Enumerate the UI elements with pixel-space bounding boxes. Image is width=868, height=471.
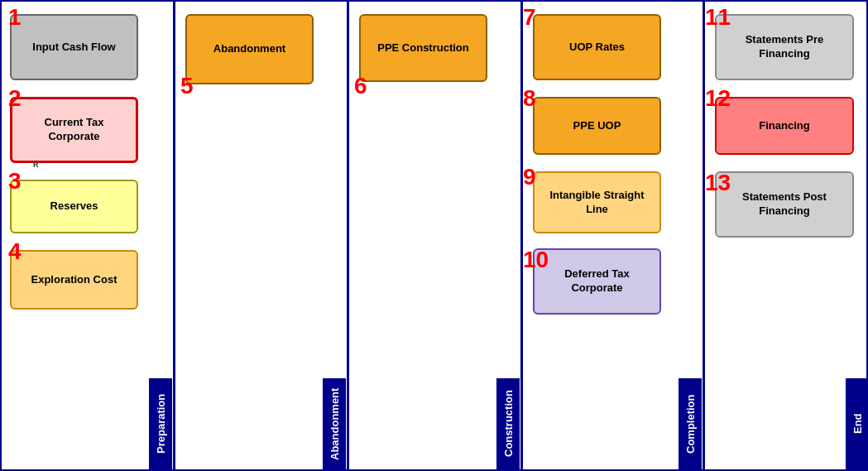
phase-line-construction (520, 2, 523, 469)
phase-label-preparation: Preparation (149, 378, 172, 469)
phase-label-abandonment: Abandonment (323, 378, 346, 469)
phase-label-completion: Completion (679, 378, 702, 469)
box-2-sub: R (33, 161, 39, 169)
box-abandonment[interactable]: Abandonment (185, 14, 314, 84)
badge-6: 6 (354, 74, 367, 98)
phase-label-construction: Construction (496, 378, 520, 469)
badge-5: 5 (180, 74, 194, 98)
badge-9: 9 (523, 166, 536, 189)
badge-13: 13 (705, 171, 731, 195)
box-financing[interactable]: Financing (715, 97, 854, 155)
phase-line-completion (703, 2, 705, 469)
box-deferred-tax-corporate[interactable]: Deferred Tax Corporate (533, 248, 661, 315)
box-statements-post-financing[interactable]: Statements Post Financing (715, 171, 854, 238)
badge-12: 12 (705, 87, 731, 110)
box-ppe-uop[interactable]: PPE UOP (533, 97, 661, 155)
box-current-tax-corporate[interactable]: Current Tax Corporate (10, 97, 138, 163)
badge-8: 8 (523, 87, 536, 110)
box-exploration-cost[interactable]: Exploration Cost (10, 250, 138, 310)
badge-3: 3 (8, 170, 22, 193)
badge-2: 2 (8, 87, 22, 110)
badge-10: 10 (523, 248, 549, 272)
badge-1: 1 (8, 6, 22, 29)
phase-line-abandonment (347, 2, 349, 469)
box-statements-pre-financing[interactable]: Statements Pre Financing (715, 14, 854, 80)
diagram-container: Preparation Abandonment Construction Com… (0, 0, 868, 471)
badge-4: 4 (8, 240, 22, 263)
phase-line-preparation (173, 2, 175, 469)
badge-11: 11 (705, 6, 731, 29)
box-uop-rates[interactable]: UOP Rates (533, 14, 661, 80)
box-input-cash-flow[interactable]: Input Cash Flow (10, 14, 138, 80)
box-intangible-straight-line[interactable]: Intangible Straight Line (533, 171, 661, 233)
badge-7: 7 (523, 6, 536, 29)
box-ppe-construction[interactable]: PPE Construction (359, 14, 487, 82)
phase-label-end: End (846, 378, 868, 469)
box-reserves[interactable]: Reserves (10, 180, 138, 233)
